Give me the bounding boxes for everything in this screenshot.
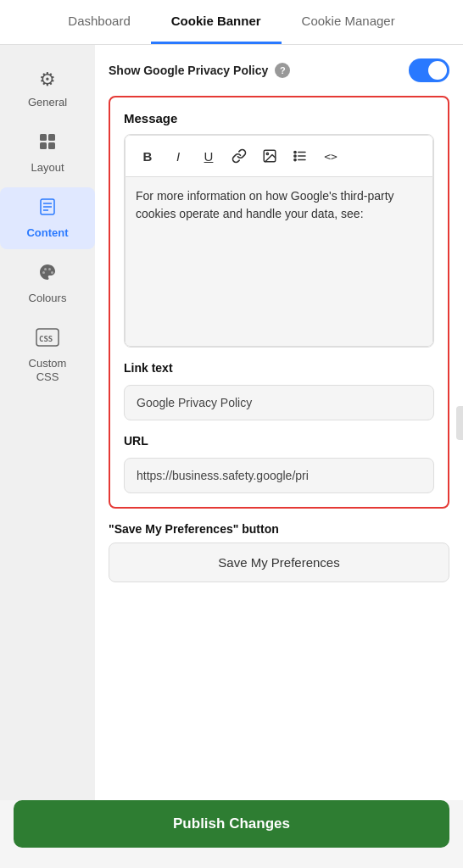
- main-layout: ⚙ General Layout: [0, 45, 463, 800]
- bold-button[interactable]: B: [134, 142, 161, 170]
- sidebar-item-label: General: [28, 96, 67, 108]
- url-input[interactable]: [124, 458, 434, 493]
- tab-dashboard[interactable]: Dashboard: [47, 0, 150, 44]
- top-navigation: Dashboard Cookie Banner Cookie Manager: [0, 0, 463, 45]
- save-preferences-label: "Save My Preferences" button: [109, 522, 449, 536]
- svg-point-8: [42, 271, 45, 274]
- sidebar-item-general[interactable]: ⚙ General: [0, 58, 95, 119]
- sidebar-item-layout[interactable]: Layout: [0, 122, 95, 184]
- content-area: Show Google Privacy Policy ? Message B I…: [95, 45, 463, 800]
- svg-point-15: [266, 153, 268, 154]
- link-button[interactable]: [226, 142, 253, 170]
- editor-body[interactable]: For more information on how Google's thi…: [125, 177, 433, 347]
- link-text-field-group: Link text: [124, 361, 434, 420]
- sidebar: ⚙ General Layout: [0, 45, 95, 800]
- underline-button[interactable]: U: [195, 142, 222, 170]
- sidebar-item-label: Colours: [29, 292, 67, 304]
- google-privacy-policy-toggle-row: Show Google Privacy Policy ?: [109, 58, 449, 82]
- google-privacy-section: Message B I U: [109, 96, 449, 509]
- svg-point-10: [48, 268, 51, 270]
- svg-point-9: [44, 268, 47, 270]
- sidebar-item-label: Layout: [31, 161, 64, 174]
- url-field-group: URL: [124, 434, 434, 493]
- image-button[interactable]: [256, 142, 283, 170]
- privacy-policy-toggle[interactable]: [409, 58, 449, 82]
- css-icon: CSS: [36, 328, 59, 352]
- sidebar-item-label: Content: [26, 226, 68, 239]
- link-text-input[interactable]: [124, 385, 434, 420]
- italic-button[interactable]: I: [165, 142, 192, 170]
- message-label: Message: [124, 111, 434, 125]
- save-preferences-section: "Save My Preferences" button Save My Pre…: [109, 522, 449, 582]
- svg-point-11: [51, 271, 53, 274]
- link-text-label: Link text: [124, 361, 434, 375]
- sidebar-item-custom-css[interactable]: CSS CustomCSS: [0, 318, 95, 393]
- svg-point-20: [294, 155, 296, 157]
- help-icon[interactable]: ?: [275, 63, 290, 78]
- message-editor: Message B I U: [124, 111, 434, 348]
- tab-cookie-banner[interactable]: Cookie Banner: [151, 0, 282, 44]
- toggle-label: Show Google Privacy Policy: [109, 64, 268, 77]
- collapse-handle[interactable]: ›: [456, 406, 463, 440]
- content-icon: [38, 198, 57, 221]
- layout-icon: [38, 132, 57, 156]
- sidebar-item-label: CustomCSS: [29, 357, 67, 383]
- url-label: URL: [124, 434, 434, 448]
- toggle-knob: [428, 61, 447, 80]
- code-button[interactable]: <>: [317, 142, 344, 170]
- gear-icon: ⚙: [39, 69, 56, 91]
- sidebar-item-colours[interactable]: Colours: [0, 253, 95, 314]
- sidebar-item-content[interactable]: Content: [0, 187, 95, 249]
- svg-rect-1: [48, 134, 55, 141]
- svg-text:CSS: CSS: [39, 335, 53, 343]
- list-button[interactable]: [287, 142, 314, 170]
- svg-point-21: [294, 159, 296, 160]
- svg-point-19: [294, 151, 296, 153]
- editor-toolbar: B I U: [125, 135, 433, 177]
- colours-icon: [38, 263, 57, 287]
- tab-cookie-manager[interactable]: Cookie Manager: [282, 0, 416, 44]
- svg-rect-2: [40, 142, 47, 149]
- svg-rect-3: [48, 142, 55, 149]
- svg-rect-0: [40, 134, 47, 141]
- save-my-preferences-button[interactable]: Save My Preferences: [109, 542, 449, 582]
- publish-changes-button[interactable]: Publish Changes: [14, 800, 449, 848]
